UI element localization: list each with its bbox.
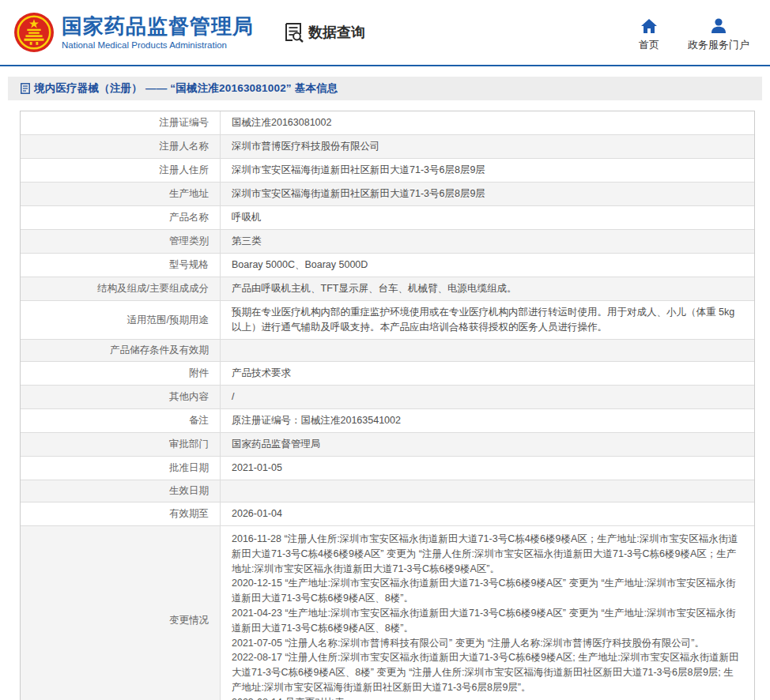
breadcrumb-text: 境内医疗器械（注册） —— “国械注准20163081002” 基本信息 bbox=[34, 81, 338, 96]
table-row: 型号规格 Boaray 5000C、Boaray 5000D bbox=[21, 253, 754, 277]
row-label: 生效日期 bbox=[21, 480, 221, 502]
row-label: 产品储存条件及有效期 bbox=[21, 340, 221, 361]
change-entry: 2021-04-23 “生产地址:深圳市宝安区福永街道新田大道71-3号C栋6楼… bbox=[232, 606, 743, 636]
row-value: 预期在专业医疗机构内部的重症监护环境使用或在专业医疗机构内部进行转运时使用。用于… bbox=[221, 301, 754, 339]
table-row: 有效期至 2026-01-04 bbox=[21, 502, 754, 525]
row-value: 原注册证编号：国械注准20163541002 bbox=[221, 409, 754, 432]
row-label: 管理类别 bbox=[21, 230, 221, 253]
row-value bbox=[221, 480, 754, 502]
changes-list: 2016-11-28 “注册人住所:深圳市宝安区福永街道新田大道71-3号C栋4… bbox=[221, 526, 754, 700]
table-row: 批准日期 2021-01-05 bbox=[21, 456, 754, 480]
breadcrumb: 境内医疗器械（注册） —— “国械注准20163081002” 基本信息 bbox=[8, 77, 762, 100]
data-query-section[interactable]: 数据查询 bbox=[284, 22, 365, 43]
row-label: 批准日期 bbox=[21, 457, 221, 480]
change-entry: 2021-07-05 “注册人名称:深圳市普博科技有限公司” 变更为 “注册人名… bbox=[232, 636, 743, 651]
row-label: 生产地址 bbox=[21, 183, 221, 205]
row-value: 2021-01-05 bbox=[221, 457, 754, 480]
row-label: 注册人名称 bbox=[21, 135, 221, 158]
row-value: 深圳市宝安区福海街道新田社区新田大道71-3号6层8层9层 bbox=[221, 159, 754, 182]
home-icon bbox=[641, 17, 657, 33]
row-value: 2026-01-04 bbox=[221, 502, 754, 525]
row-label: 适用范围/预期用途 bbox=[21, 301, 221, 339]
row-value: 产品由呼吸机主机、TFT显示屏、台车、机械臂、电源电缆组成。 bbox=[221, 277, 754, 300]
row-label: 其他内容 bbox=[21, 386, 221, 408]
table-row: 备注 原注册证编号：国械注准20163541002 bbox=[21, 408, 754, 432]
row-label: 注册证编号 bbox=[21, 111, 221, 134]
table-row: 注册证编号 国械注准20163081002 bbox=[21, 111, 754, 134]
table-row: 附件 产品技术要求 bbox=[21, 361, 754, 385]
table-row: 结构及组成/主要组成成分 产品由呼吸机主机、TFT显示屏、台车、机械臂、电源电缆… bbox=[21, 277, 754, 300]
header-nav: 首页 政务服务门户 bbox=[639, 17, 749, 52]
table-row: 产品储存条件及有效期 bbox=[21, 339, 754, 361]
table-row: 适用范围/预期用途 预期在专业医疗机构内部的重症监护环境使用或在专业医疗机构内部… bbox=[21, 300, 754, 339]
nav-home-label: 首页 bbox=[639, 38, 659, 52]
change-entry: 2020-12-15 “生产地址:深圳市宝安区福永街道新田大道71-3号C栋6楼… bbox=[232, 576, 743, 606]
user-icon bbox=[711, 17, 727, 33]
table-row: 注册人名称 深圳市普博医疗科技股份有限公司 bbox=[21, 134, 754, 158]
row-value: 产品技术要求 bbox=[221, 362, 754, 385]
row-value: 呼吸机 bbox=[221, 206, 754, 229]
site-header: 国家药品监督管理局 National Medical Products Admi… bbox=[0, 0, 770, 66]
change-entry: 2022-08-17 “注册人住所:深圳市宝安区福永街道新田大道71-3号C栋6… bbox=[232, 650, 743, 694]
row-value: 深圳市宝安区福海街道新田社区新田大道71-3号6层8层9层 bbox=[221, 183, 754, 205]
row-label: 型号规格 bbox=[21, 254, 221, 277]
table-row: 生效日期 bbox=[21, 480, 754, 502]
row-value: Boaray 5000C、Boaray 5000D bbox=[221, 254, 754, 277]
row-value bbox=[221, 340, 754, 361]
nav-portal-label: 政务服务门户 bbox=[688, 38, 749, 52]
registration-info-table: 注册证编号 国械注准20163081002 注册人名称 深圳市普博医疗科技股份有… bbox=[20, 111, 755, 700]
table-row: 审批部门 国家药品监督管理局 bbox=[21, 432, 754, 456]
row-label: 变更情况 bbox=[21, 526, 221, 700]
site-subtitle: National Medical Products Administration bbox=[62, 40, 254, 50]
row-value: 第三类 bbox=[221, 230, 754, 253]
row-label: 审批部门 bbox=[21, 433, 221, 456]
logo-text: 国家药品监督管理局 National Medical Products Admi… bbox=[62, 15, 254, 50]
table-row: 生产地址 深圳市宝安区福海街道新田社区新田大道71-3号6层8层9层 bbox=[21, 182, 754, 205]
document-icon bbox=[21, 83, 30, 94]
row-label: 附件 bbox=[21, 362, 221, 385]
logo[interactable]: 国家药品监督管理局 National Medical Products Admi… bbox=[14, 13, 254, 52]
table-row-changes: 变更情况 2016-11-28 “注册人住所:深圳市宝安区福永街道新田大道71-… bbox=[21, 525, 754, 700]
change-entry: 2023-08-14 见变更对比表。 bbox=[232, 695, 743, 700]
table-row: 产品名称 呼吸机 bbox=[21, 205, 754, 229]
row-label: 注册人住所 bbox=[21, 159, 221, 182]
table-row: 注册人住所 深圳市宝安区福海街道新田社区新田大道71-3号6层8层9层 bbox=[21, 158, 754, 182]
data-query-label: 数据查询 bbox=[308, 23, 365, 42]
nav-portal[interactable]: 政务服务门户 bbox=[688, 17, 749, 52]
row-value: 国械注准20163081002 bbox=[221, 111, 754, 134]
row-label: 有效期至 bbox=[21, 502, 221, 525]
row-label: 备注 bbox=[21, 409, 221, 432]
nav-home[interactable]: 首页 bbox=[639, 17, 659, 52]
table-row: 其他内容 / bbox=[21, 385, 754, 408]
site-title: 国家药品监督管理局 bbox=[62, 15, 254, 38]
row-value: 国家药品监督管理局 bbox=[221, 433, 754, 456]
change-entry: 2016-11-28 “注册人住所:深圳市宝安区福永街道新田大道71-3号C栋4… bbox=[232, 532, 743, 576]
row-label: 产品名称 bbox=[21, 206, 221, 229]
row-value: 深圳市普博医疗科技股份有限公司 bbox=[221, 135, 754, 158]
table-row: 管理类别 第三类 bbox=[21, 229, 754, 253]
national-emblem-icon bbox=[14, 13, 54, 52]
row-label: 结构及组成/主要组成成分 bbox=[21, 277, 221, 300]
row-value: / bbox=[221, 386, 754, 408]
document-search-icon bbox=[284, 22, 305, 43]
